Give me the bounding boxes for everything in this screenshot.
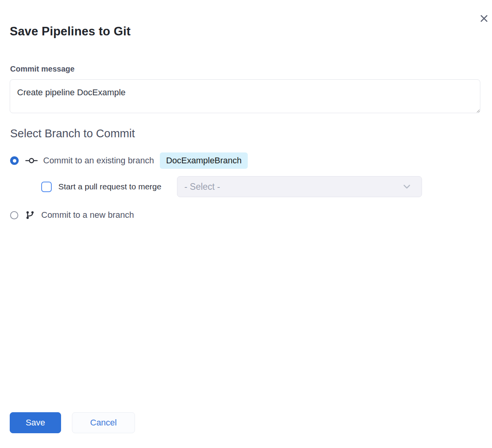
new-branch-radio[interactable] — [10, 211, 18, 219]
existing-branch-label: Commit to an existing branch — [43, 156, 154, 166]
existing-branch-radio[interactable] — [10, 156, 19, 165]
new-branch-label: Commit to a new branch — [41, 210, 134, 220]
cancel-button[interactable]: Cancel — [72, 412, 135, 433]
select-placeholder: - Select - — [184, 182, 403, 192]
close-button[interactable] — [476, 10, 492, 26]
pull-request-row: Start a pull request to merge — [41, 176, 161, 197]
branch-tag[interactable]: DocExampleBranch — [160, 152, 248, 169]
git-commit-icon — [25, 157, 38, 164]
save-button[interactable]: Save — [10, 412, 61, 433]
modal-title: Save Pipelines to Git — [10, 24, 131, 38]
branch-section-heading: Select Branch to Commit — [10, 127, 135, 140]
close-icon — [480, 14, 488, 23]
save-pipelines-to-git-modal: Save Pipelines to Git Commit message Cre… — [0, 0, 492, 448]
commit-message-input[interactable]: Create pipeline DocExample — [10, 79, 480, 113]
new-branch-row: Commit to a new branch — [10, 209, 134, 221]
pull-request-checkbox[interactable] — [41, 182, 52, 192]
existing-branch-row: Commit to an existing branch DocExampleB… — [10, 152, 248, 169]
target-branch-select[interactable]: - Select - — [177, 176, 422, 197]
chevron-down-icon — [403, 184, 411, 189]
radio-dot — [13, 159, 16, 163]
git-branch-icon — [25, 210, 35, 220]
commit-message-label: Commit message — [10, 65, 75, 74]
pull-request-label: Start a pull request to merge — [58, 182, 161, 191]
